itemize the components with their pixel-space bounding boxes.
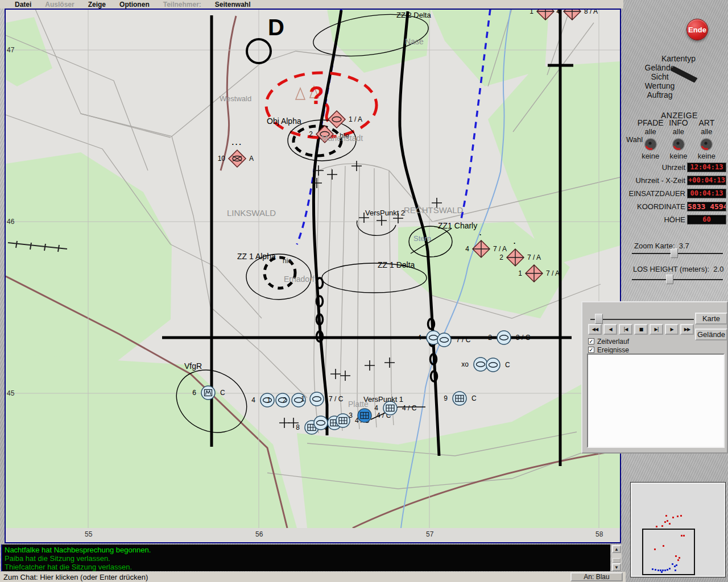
anzeige-name-info: INFO (664, 118, 692, 127)
play-reverse-button[interactable]: ◀ (603, 324, 617, 335)
zoom-karte-slider-thumb[interactable] (671, 248, 678, 258)
circle-symbol-icon (448, 387, 471, 410)
play-button[interactable]: ▶ (665, 324, 679, 335)
readout-row-h-he: HÖHE60 (624, 213, 728, 226)
unit-size-dots: · (479, 230, 483, 239)
toggle-knob-art[interactable] (699, 137, 714, 152)
circle-symbol-icon (493, 326, 515, 349)
chat-scroll-thumb[interactable] (613, 558, 621, 563)
map-unit-enemy-5[interactable]: 17 / A (523, 262, 545, 285)
stop-button[interactable]: ■ (634, 324, 648, 335)
map-unit-enemy-3[interactable]: 47 / A· (470, 238, 493, 260)
koordinate-value: 5833 4594 (687, 202, 726, 211)
gelaende-button[interactable]: Gelände (695, 329, 727, 340)
map-label-verspunkt-2: VersPunkt 2 (365, 209, 405, 217)
toggle-knob-info[interactable] (671, 137, 686, 152)
menu-item-optionen[interactable]: Optionen (119, 1, 150, 9)
map-label-linkswald: LINKSWALD (227, 209, 276, 217)
map-unit-enemy-2[interactable]: 10A··· (226, 147, 249, 170)
map-unit-friendly-24[interactable]: C (482, 354, 504, 376)
map-label-obj-alpha: Obj Alpha (267, 117, 301, 125)
map-label-westwald: Westwald (220, 95, 251, 102)
zoom-karte-slider[interactable] (632, 253, 723, 254)
circle-symbol-icon (305, 388, 328, 410)
menu-item-datei[interactable]: Datei (15, 1, 31, 9)
minimap-blue-dot (661, 571, 663, 573)
circle-symbol-icon (433, 329, 456, 351)
checkbox-ereignisse[interactable]: ✓ (588, 347, 594, 353)
grid-x-58: 58 (595, 530, 603, 538)
unit-label-left: 3 (349, 411, 353, 419)
map-label-marienstadt: Marienstadt (321, 134, 363, 142)
unit-label-right: 7 / A (546, 269, 560, 277)
menu-item-seitenwahl[interactable]: Seitenwahl (215, 1, 251, 9)
karte-button[interactable]: Karte (695, 313, 727, 325)
grid-y-47: 47 (7, 46, 14, 54)
kartentyp-option-wertung[interactable]: Wertung (628, 81, 691, 90)
map-canvas[interactable]: DZZ 2 DeltaNaseWestwaldObj Alpha?hleMari… (5, 9, 621, 543)
readouts: Uhrzeit12:04:13Uhrzeit - X-Zeit+00:04:13… (624, 161, 728, 226)
grid-y-46: 46 (7, 218, 14, 226)
map-unit-friendly-19[interactable]: 9C (448, 387, 471, 410)
readout-label-uhrzeit: Uhrzeit (624, 163, 687, 172)
minimap-blue-dot (652, 568, 653, 570)
minimap-blue-dot (676, 564, 677, 566)
map-label-: ? (309, 83, 324, 108)
chat-scroll-down-icon[interactable]: ▼ (612, 563, 621, 571)
map-unit-enemy-7[interactable]: 48 / A (561, 9, 584, 23)
uhrzeit-x-zeit-value: +00:04:13 (687, 176, 726, 185)
overview-minimap[interactable] (630, 482, 726, 577)
los-height-slider-thumb[interactable] (666, 275, 673, 284)
step-forward-button[interactable]: ▶| (650, 324, 663, 335)
chat-scroll-up-icon[interactable]: ▲ (612, 545, 621, 553)
chat-message-0: Nachtfalke hat Nachbesprechung begonnen. (5, 546, 610, 554)
unit-label-left: 8 (296, 423, 300, 431)
los-height-slider[interactable] (632, 279, 723, 280)
grid-x-55: 55 (85, 530, 92, 538)
map-unit-friendly-22[interactable]: 23 / C (493, 326, 515, 349)
ende-button[interactable]: Ende (686, 19, 708, 40)
unit-label-left: 4 (465, 245, 469, 253)
step-back-button[interactable]: |◀ (619, 324, 632, 335)
kartentyp-option-auftrag[interactable]: Auftrag (628, 90, 691, 99)
replay-timeline-slider[interactable] (590, 319, 694, 320)
anzeige-name-art: ART (693, 118, 721, 127)
toggle-knob-pfade[interactable] (643, 137, 658, 152)
map-unit-friendly-12[interactable]: 17 / C (305, 388, 328, 410)
map-unit-friendly-21[interactable]: 7 / C (433, 329, 456, 351)
menu-item-zeige[interactable]: Zeige (88, 1, 106, 9)
checkbox-zeitverlauf[interactable]: ✓ (588, 338, 594, 344)
toggle-knob-icon (671, 137, 686, 152)
replay-event-list[interactable] (587, 354, 725, 448)
diamond-symbol-icon (534, 9, 557, 23)
anzeige-bottom-art: keine (693, 152, 721, 160)
unit-label-left: 9 (444, 394, 448, 402)
chat-log[interactable]: Nachtfalke hat Nachbesprechung begonnen.… (1, 544, 610, 571)
map-label-nase: Nase (405, 38, 424, 45)
chat-scrollbar[interactable]: ▲ ▼ (611, 544, 622, 571)
minimap-red-dot (683, 535, 685, 537)
diamond-symbol-icon (523, 262, 545, 285)
minimap-red-dot (680, 515, 682, 517)
los-height-label-text: LOS HEIGHT (meters): (633, 265, 709, 273)
anzeige-bottom-info: keine (664, 152, 692, 160)
minimap-blue-dot (675, 569, 676, 571)
unit-label-left: 6 (192, 389, 196, 397)
map-label-ernadorf: Ernadorf (284, 275, 315, 283)
chat-status-text[interactable]: Zum Chat: Hier klicken (oder Enter drück… (3, 573, 148, 581)
unit-label-left: 2 (499, 253, 503, 261)
fast-forward-button[interactable]: ▶▶ (680, 324, 694, 335)
zoom-karte-label: Zoom Karte: 3.7 (634, 242, 689, 250)
unit-label-right: C (505, 361, 510, 369)
map-label-verspunkt-1: VersPunkt 1 (363, 396, 403, 403)
zoom-karte-value: 3.7 (679, 242, 689, 250)
map-unit-enemy-6[interactable]: 16 (534, 9, 557, 23)
minimap-red-dot (661, 525, 663, 527)
rewind-button[interactable]: ◀◀ (588, 324, 602, 335)
readout-label-koordinate: KOORDINATE (624, 202, 687, 211)
chat-recipient-button[interactable]: An: Blau (570, 572, 623, 581)
unit-label-right: C (471, 394, 477, 402)
minimap-red-dot (681, 535, 682, 537)
map-unit-friendly-8[interactable]: 6C (197, 381, 220, 404)
replay-timeline-thumb[interactable] (595, 314, 603, 324)
